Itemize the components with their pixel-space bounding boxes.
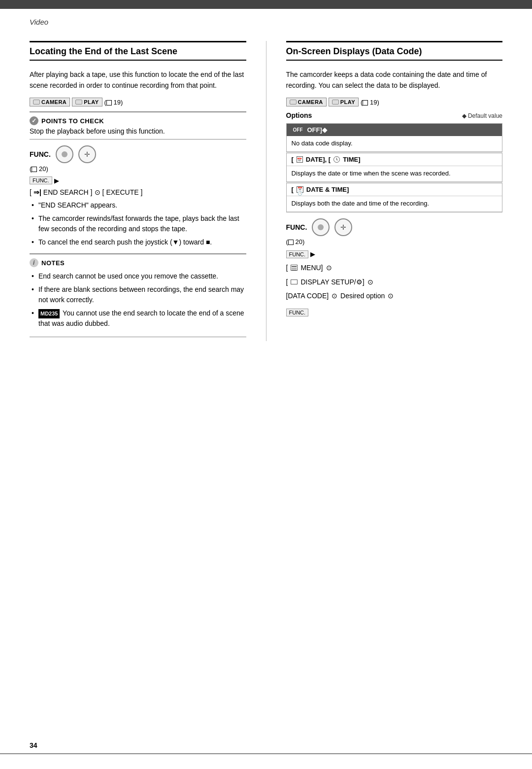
end-search-box: [ ⇒| END SEARCH ] ⊙ [ EXECUTE ] [30, 188, 246, 196]
func-step-right: FUNC. ▶ [286, 250, 503, 258]
page-number: 34 [30, 741, 37, 749]
notes-label: NOTES [41, 259, 65, 267]
right-play-tape-icon [332, 100, 339, 105]
info-icon: i [30, 258, 38, 267]
menu-step-3-label: [DATA CODE] [286, 289, 329, 303]
joystick-icon-left [78, 145, 96, 163]
execute-bracket-open: [ [102, 188, 104, 196]
end-search-bracket-close: ] [91, 188, 93, 196]
right-play-mode-label: PLAY [340, 99, 355, 105]
content-area: After playing back a tape, use this func… [0, 70, 532, 341]
func-step-arrow: ▶ [54, 177, 59, 184]
option-dateandtime: [ 📅🕐 DATE & TIME] Displays both the date… [286, 183, 503, 212]
right-page-ref: 19 [370, 99, 377, 106]
menu-step-3-arrow2: ⊙ [388, 289, 394, 303]
right-camera-tape-icon [290, 100, 297, 105]
datetime-icon: 📅🕐 [297, 186, 303, 193]
option-off-label: OFF]◆ [307, 126, 327, 134]
right-section-title: On-Screen Displays (Data Code) [286, 41, 503, 61]
right-camera-mode-label: CAMERA [298, 99, 323, 105]
option-dateandtime-header: [ 📅🕐 DATE & TIME] [287, 183, 502, 196]
option-datetime-header: [ 📅 DATE], [ TIME] [287, 153, 502, 166]
bullet-item-1: "END SEARCH" appears. [30, 200, 246, 210]
func-step-row: FUNC. ▶ [30, 176, 246, 184]
dateandtime-label: DATE & TIME] [306, 186, 349, 193]
func-page-ref-right: ( 20) [286, 238, 503, 245]
func-final-badge-label: FUNC. [286, 309, 309, 316]
bottom-rule [0, 753, 532, 754]
header-section: Video [0, 9, 532, 26]
camera-mode-label: CAMERA [41, 99, 66, 105]
bullets-list: "END SEARCH" appears. The camcorder rewi… [30, 200, 246, 247]
left-heading-area: Locating the End of the Last Scene [30, 41, 266, 70]
date-bracket-open: [ [292, 156, 294, 163]
md-badge: MD235 [38, 309, 60, 318]
points-to-check-title: ✓ POINTS TO CHECK [30, 116, 246, 125]
menu-bracket-open: [ [286, 261, 288, 275]
book-icon-left [106, 100, 112, 105]
func-row-right: FUNC. [286, 218, 503, 236]
note-item-2: If there are blank sections between reco… [30, 284, 246, 305]
left-page-ref-parens: ( 19) [104, 99, 123, 106]
option-datetime-desc: Displays the date or time when the scene… [287, 166, 502, 182]
notes-list: End search cannot be used once you remov… [30, 271, 246, 329]
func-page-ref-left: ( 20) [30, 165, 246, 173]
camera-tape-icon [33, 100, 40, 105]
end-arrow-icon: ⇒| [33, 188, 41, 196]
play-mode-box: PLAY [72, 98, 102, 106]
func-row-left: FUNC. [30, 145, 246, 163]
func-step-arrow-right: ▶ [310, 250, 315, 258]
book-icon-func-right [288, 240, 294, 245]
dial-icon-left [56, 145, 73, 163]
page-title: Video [30, 18, 502, 26]
time-icon [333, 156, 340, 163]
menu-step-2: [ DISPLAY SETUP/⚙] ⊙ [286, 276, 503, 289]
menu-steps: [ MENU] ⊙ [ DISPLAY SETUP/⚙] ⊙ [286, 261, 503, 318]
left-mode-indicators: CAMERA PLAY ( 19) [30, 98, 246, 106]
left-page-ref: 19 [114, 99, 121, 106]
option-off-header: OFF OFF]◆ [287, 124, 502, 136]
off-badge: OFF [292, 127, 304, 133]
func-label-right: FUNC. [286, 223, 307, 231]
bullet-item-3: To cancel the end search push the joysti… [30, 237, 246, 247]
option-dateandtime-desc: Displays both the date and time of the r… [287, 196, 502, 212]
dateandtime-bracket-open: [ [292, 186, 294, 193]
menu-step-3-option: Desired option [340, 289, 385, 303]
option-off-desc: No data code display. [287, 136, 502, 152]
points-to-check-text: Stop the playback before using this func… [30, 127, 246, 135]
menu-step-3: [DATA CODE] ⊙ Desired option ⊙ [286, 289, 503, 303]
left-description: After playing back a tape, use this func… [30, 70, 246, 91]
menu-step-1-arrow: ⊙ [326, 261, 332, 275]
points-to-check-label: POINTS TO CHECK [41, 117, 104, 125]
execute-bracket-close: ] [141, 188, 143, 196]
bullet-item-2: The camcorder rewinds/fast forwards the … [30, 213, 246, 234]
menu-icon-1 [291, 265, 298, 271]
book-icon-func-left [32, 167, 37, 172]
time-label: TIME] [343, 156, 360, 163]
play-mode-label: PLAY [84, 99, 99, 105]
menu-step-3-arrow: ⊙ [332, 289, 337, 303]
right-heading-area: On-Screen Displays (Data Code) [266, 41, 503, 70]
end-search-bracket-open: [ [30, 188, 32, 196]
default-value-label: ◆ Default value [462, 112, 502, 119]
display-bracket-open: [ [286, 276, 288, 289]
execute-label: EXECUTE [106, 188, 138, 196]
book-icon-right [363, 100, 368, 105]
left-section-title: Locating the End of the Last Scene [30, 41, 246, 61]
right-page-ref-parens: ( 19) [361, 99, 379, 106]
date-label: DATE], [ [306, 156, 331, 163]
display-icon [291, 280, 298, 284]
options-label: Options [286, 111, 312, 119]
options-header: Options ◆ Default value [286, 111, 503, 119]
notes-box: i NOTES End search cannot be used once y… [30, 253, 246, 337]
func-badge-right: FUNC. [286, 250, 309, 258]
menu-step-2-label: DISPLAY SETUP/⚙] [300, 276, 364, 289]
func-label-left: FUNC. [30, 150, 51, 158]
option-off: OFF OFF]◆ No data code display. [286, 123, 503, 152]
right-camera-mode-box: CAMERA [286, 98, 327, 106]
menu-step-1: [ MENU] ⊙ [286, 261, 503, 275]
right-description: The camcorder keeps a data code containi… [286, 70, 503, 91]
right-mode-indicators: CAMERA PLAY ( 19) [286, 98, 503, 106]
func-page-num-right: 20 [295, 238, 302, 245]
func-badge: FUNC. [30, 176, 52, 184]
